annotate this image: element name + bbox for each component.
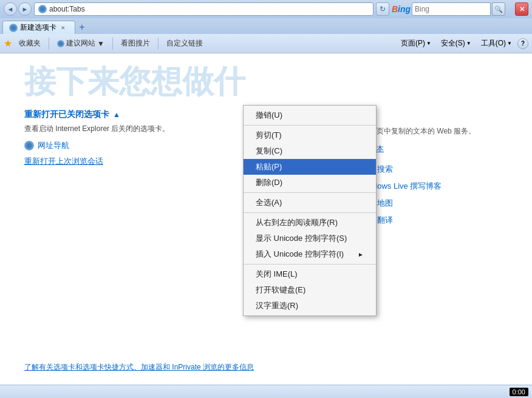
ctx-divider-4 bbox=[244, 264, 376, 265]
new-tab-button[interactable]: + bbox=[75, 21, 89, 34]
nav-link-text: 网址导航 bbox=[38, 140, 69, 151]
safety-menu-button[interactable]: 安全(S) ▼ bbox=[437, 37, 476, 50]
ctx-copy[interactable]: 复制(C) bbox=[244, 143, 376, 159]
status-time: 0:00 bbox=[510, 388, 528, 396]
ctx-unicode-insert[interactable]: 插入 Unicode 控制字符(I) ► bbox=[244, 246, 376, 262]
ctx-selectall-label: 全选(A) bbox=[256, 197, 282, 208]
address-text: about:Tabs bbox=[49, 5, 85, 13]
ctx-close-ime-label: 关闭 IME(L) bbox=[256, 269, 298, 280]
big-title: 接下来您想做什 bbox=[24, 66, 508, 97]
bing-search-input[interactable] bbox=[412, 2, 491, 16]
toolbar-divider-1 bbox=[49, 38, 49, 50]
ctx-rtl[interactable]: 从右到左的阅读顺序(R) bbox=[244, 215, 376, 231]
ctx-copy-label: 复制(C) bbox=[256, 146, 282, 157]
address-box[interactable]: about:Tabs bbox=[34, 2, 373, 16]
ctx-unicode-insert-label: 插入 Unicode 控制字符(I) bbox=[256, 249, 344, 260]
close-window-button[interactable]: ✕ bbox=[515, 2, 528, 16]
ctx-delete-label: 删除(D) bbox=[256, 177, 282, 188]
ctx-open-keyboard[interactable]: 打开软键盘(E) bbox=[244, 282, 376, 298]
ctx-cut[interactable]: 剪切(T) bbox=[244, 127, 376, 143]
content-area: 接下来您想做什 重新打开已关闭选项卡 ▲ 查看启动 Internet Explo… bbox=[0, 53, 532, 385]
look-images-label: 看图搜片 bbox=[121, 38, 150, 49]
ie-nav-icon bbox=[24, 141, 34, 150]
ctx-divider-1 bbox=[244, 125, 376, 126]
toolbar: ★ 收藏夹 建议网站 ▼ 看图搜片 自定义链接 页面(P) ▼ 安全(S) ▼ bbox=[0, 34, 532, 53]
bing-search-area: Bing 🔍 bbox=[392, 2, 505, 16]
ie-small-icon bbox=[57, 40, 64, 47]
page-menu-label: 页面(P) bbox=[401, 38, 425, 49]
page-menu-button[interactable]: 页面(P) ▼ bbox=[397, 37, 435, 50]
nav-buttons: ◄ ► bbox=[4, 2, 32, 16]
ctx-unicode-show[interactable]: 显示 Unicode 控制字符(S) bbox=[244, 231, 376, 246]
bing-logo: Bing bbox=[392, 4, 411, 14]
custom-links-label: 自定义链接 bbox=[166, 38, 203, 49]
favorites-label: 收藏夹 bbox=[19, 38, 41, 49]
help-button[interactable]: ? bbox=[517, 38, 528, 49]
ctx-rtl-label: 从右到左的阅读顺序(R) bbox=[256, 217, 338, 228]
bing-search-button[interactable]: 🔍 bbox=[492, 2, 505, 16]
ctx-undo-label: 撤销(U) bbox=[256, 110, 282, 121]
suggest-button[interactable]: 建议网站 ▼ bbox=[52, 36, 110, 52]
ctx-close-ime[interactable]: 关闭 IME(L) bbox=[244, 266, 376, 282]
ctx-delete[interactable]: 删除(D) bbox=[244, 175, 376, 191]
tab-label: 新建选项卡 bbox=[20, 22, 56, 33]
look-images-button[interactable]: 看图搜片 bbox=[115, 36, 155, 52]
suggest-arrow-icon: ▼ bbox=[97, 39, 104, 48]
ctx-selectall[interactable]: 全选(A) bbox=[244, 195, 376, 211]
custom-links-button[interactable]: 自定义链接 bbox=[161, 36, 208, 52]
active-tab[interactable]: 新建选项卡 ✕ bbox=[2, 21, 75, 34]
ctx-paste[interactable]: 粘贴(P) bbox=[244, 159, 376, 175]
ctx-open-keyboard-label: 打开软键盘(E) bbox=[256, 285, 305, 295]
ctx-reselect[interactable]: 汉字重选(R) bbox=[244, 298, 376, 314]
reopen-arrow-icon: ▲ bbox=[113, 110, 120, 119]
suggest-label: 建议网站 bbox=[66, 38, 95, 49]
ctx-divider-3 bbox=[244, 212, 376, 213]
ctx-paste-label: 粘贴(P) bbox=[256, 161, 282, 172]
status-bar: 0:00 bbox=[0, 385, 532, 398]
tools-menu-label: 工具(O) bbox=[481, 38, 506, 49]
ie-favicon bbox=[38, 5, 47, 13]
refresh-button[interactable]: ↻ bbox=[376, 2, 389, 16]
ctx-undo[interactable]: 撤销(U) bbox=[244, 107, 376, 123]
tab-favicon bbox=[9, 24, 18, 32]
context-menu: 撤销(U) 剪切(T) 复制(C) 粘贴(P) 删除(D) 全选(A) 从右到左… bbox=[243, 105, 377, 316]
favorites-button[interactable]: 收藏夹 bbox=[13, 36, 46, 52]
tab-close-button[interactable]: ✕ bbox=[59, 24, 67, 32]
toolbar-divider-3 bbox=[158, 38, 159, 50]
page-menu-arrow: ▼ bbox=[426, 41, 431, 46]
reopen-title-text: 重新打开已关闭选项卡 bbox=[24, 109, 109, 120]
title-bar: ◄ ► about:Tabs ↻ Bing 🔍 ✕ bbox=[0, 0, 532, 18]
tools-menu-button[interactable]: 工具(O) ▼ bbox=[477, 37, 516, 50]
toolbar-divider-2 bbox=[112, 38, 113, 50]
back-button[interactable]: ◄ bbox=[4, 2, 17, 16]
ctx-reselect-label: 汉字重选(R) bbox=[256, 300, 298, 311]
browser-frame: ◄ ► about:Tabs ↻ Bing 🔍 ✕ 新建选项卡 ✕ + bbox=[0, 0, 532, 398]
tab-bar: 新建选项卡 ✕ + bbox=[0, 18, 532, 34]
forward-button[interactable]: ► bbox=[18, 2, 32, 16]
menu-right: 页面(P) ▼ 安全(S) ▼ 工具(O) ▼ ? bbox=[397, 37, 528, 50]
ctx-cut-label: 剪切(T) bbox=[256, 130, 282, 141]
safety-menu-label: 安全(S) bbox=[441, 38, 465, 49]
safety-menu-arrow: ▼ bbox=[466, 41, 471, 46]
bottom-info-link[interactable]: 了解有关选项卡和选项卡快捷方式、加速器和 InPrivate 浏览的更多信息 bbox=[24, 362, 254, 373]
ctx-divider-2 bbox=[244, 192, 376, 193]
ctx-submenu-arrow-icon: ► bbox=[358, 251, 364, 258]
star-icon: ★ bbox=[4, 38, 12, 49]
address-bar-area: about:Tabs ↻ bbox=[34, 2, 389, 16]
ctx-unicode-show-label: 显示 Unicode 控制字符(S) bbox=[256, 233, 347, 244]
tools-menu-arrow: ▼ bbox=[507, 41, 512, 46]
